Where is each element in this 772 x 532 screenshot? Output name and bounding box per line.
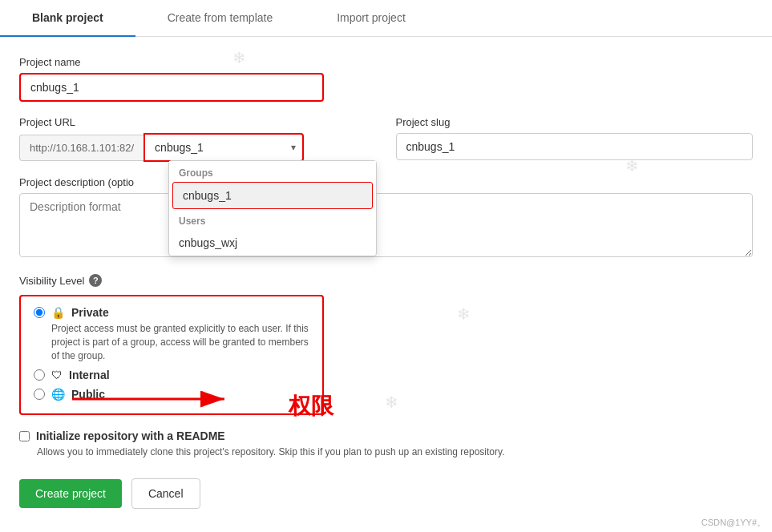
public-radio[interactable] <box>34 389 45 400</box>
watermark: CSDN@1YY#。 <box>701 517 766 529</box>
project-name-label: Project name <box>19 56 753 68</box>
init-description: Allows you to immediately clone this pro… <box>37 445 753 459</box>
button-row: Create project Cancel <box>19 478 753 509</box>
form-content: Project name Project URL http://10.168.1… <box>0 37 772 528</box>
private-radio-row: 🔒 Private <box>34 306 309 319</box>
url-input-row: http://10.168.1.101:82/ cnbugs_1 ▾ <box>19 133 377 162</box>
initialize-section: Initialize repository with a README Allo… <box>19 429 753 459</box>
init-readme-checkbox[interactable] <box>19 431 30 441</box>
create-project-button[interactable]: Create project <box>19 479 122 508</box>
dropdown-item-cnbugs-wxj[interactable]: cnbugs_wxj <box>169 230 376 256</box>
public-label: Public <box>71 388 105 401</box>
main-container: Blank project Create from template Impor… <box>0 0 772 532</box>
visibility-option-internal: 🛡 Internal <box>34 369 309 381</box>
internal-radio-row: 🛡 Internal <box>34 369 309 381</box>
private-label: Private <box>71 306 109 319</box>
init-label-text: Initialize repository with a README <box>36 429 225 442</box>
private-description: Project access must be granted explicitl… <box>51 322 309 362</box>
namespace-dropdown: Groups cnbugs_1 Users cnbugs_wxj <box>168 160 377 256</box>
project-description-group: Project description (optio <box>19 176 753 260</box>
url-prefix: http://10.168.1.101:82/ <box>19 135 143 161</box>
groups-section-header: Groups <box>169 161 376 182</box>
internal-radio[interactable] <box>34 369 45 381</box>
project-description-textarea[interactable] <box>19 193 753 257</box>
internal-label: Internal <box>69 369 110 381</box>
private-radio[interactable] <box>34 307 45 318</box>
url-col: Project URL http://10.168.1.101:82/ cnbu… <box>19 116 377 162</box>
visibility-label-row: Visibility Level ? <box>19 274 753 287</box>
project-slug-input[interactable] <box>396 133 754 160</box>
tab-create-template[interactable]: Create from template <box>135 0 305 37</box>
lock-icon: 🔒 <box>51 306 65 319</box>
help-icon[interactable]: ? <box>89 274 102 287</box>
url-slug-row: Project URL http://10.168.1.101:82/ cnbu… <box>19 116 753 162</box>
tab-bar: Blank project Create from template Impor… <box>0 0 772 37</box>
url-select-wrapper: cnbugs_1 ▾ <box>143 133 304 162</box>
project-description-label: Project description (optio <box>19 176 753 188</box>
dropdown-item-cnbugs-1[interactable]: cnbugs_1 <box>172 182 373 209</box>
slug-col: Project slug <box>396 116 754 162</box>
project-name-group: Project name <box>19 56 753 102</box>
visibility-option-public: 🌐 Public <box>34 388 309 401</box>
tab-blank-project[interactable]: Blank project <box>0 0 135 37</box>
init-label-row: Initialize repository with a README <box>19 429 753 442</box>
visibility-option-private: 🔒 Private Project access must be granted… <box>34 306 309 362</box>
project-url-label: Project URL <box>19 116 377 128</box>
shield-icon: 🛡 <box>51 369 63 381</box>
cancel-button[interactable]: Cancel <box>131 478 200 509</box>
visibility-options-box: 🔒 Private Project access must be granted… <box>19 295 324 415</box>
project-name-input[interactable] <box>19 73 324 102</box>
url-namespace-select[interactable]: cnbugs_1 <box>143 133 304 162</box>
project-slug-label: Project slug <box>396 116 754 128</box>
globe-icon: 🌐 <box>51 388 65 401</box>
tab-import-project[interactable]: Import project <box>305 0 438 37</box>
users-section-header: Users <box>169 209 376 230</box>
public-radio-row: 🌐 Public <box>34 388 309 401</box>
visibility-section: Visibility Level ? 🔒 Private Project acc… <box>19 274 753 415</box>
visibility-label-text: Visibility Level <box>19 275 84 287</box>
